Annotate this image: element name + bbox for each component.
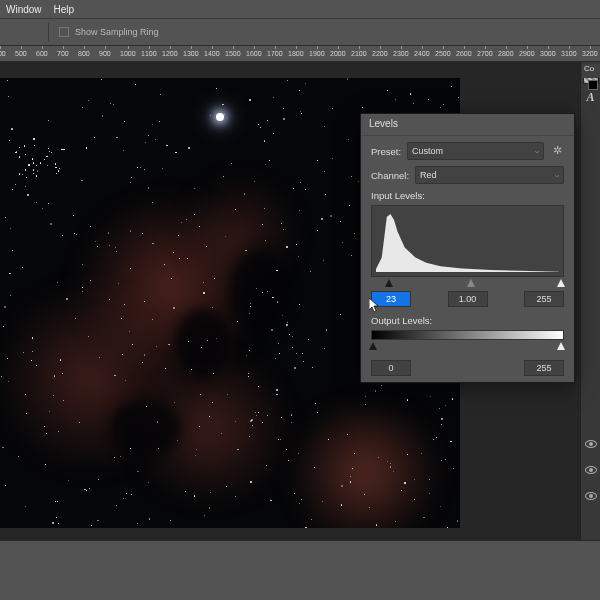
shadow-input[interactable]: 23 bbox=[371, 291, 411, 307]
ruler-tick: 1200 bbox=[162, 50, 178, 57]
channel-select[interactable]: Red ⌵ bbox=[415, 166, 564, 184]
ruler-tick: 2400 bbox=[414, 50, 430, 57]
ruler-tick: 3100 bbox=[561, 50, 577, 57]
channel-label: Channel: bbox=[371, 170, 409, 181]
midtone-input[interactable]: 1.00 bbox=[448, 291, 488, 307]
options-bar: Show Sampling Ring bbox=[0, 18, 600, 46]
ruler-tick: 2000 bbox=[330, 50, 346, 57]
output-shadow-slider[interactable] bbox=[369, 342, 377, 350]
ruler-tick: 3000 bbox=[540, 50, 556, 57]
menu-help[interactable]: Help bbox=[48, 4, 81, 15]
show-sampling-ring-label: Show Sampling Ring bbox=[75, 27, 159, 37]
bottom-panel bbox=[0, 540, 600, 600]
eye-icon[interactable] bbox=[585, 440, 597, 448]
panel-tab[interactable]: Co bbox=[582, 64, 600, 78]
ruler-tick: 700 bbox=[57, 50, 69, 57]
dialog-title[interactable]: Levels bbox=[361, 114, 574, 136]
ruler-tick: 1700 bbox=[267, 50, 283, 57]
ruler-tick: 1900 bbox=[309, 50, 325, 57]
ruler-tick: 2900 bbox=[519, 50, 535, 57]
shadow-slider[interactable] bbox=[385, 279, 393, 287]
ruler-tick: 2700 bbox=[477, 50, 493, 57]
preset-select[interactable]: Custom ⌵ bbox=[407, 142, 544, 160]
gear-icon[interactable]: ✲ bbox=[550, 144, 564, 158]
ruler-tick: 3200 bbox=[582, 50, 598, 57]
ruler-tick: 1800 bbox=[288, 50, 304, 57]
ruler-horizontal[interactable]: 4005006007008009001000110012001300140015… bbox=[0, 46, 600, 62]
output-gradient bbox=[371, 330, 564, 340]
eye-icon[interactable] bbox=[585, 466, 597, 474]
ruler-tick: 1100 bbox=[141, 50, 157, 57]
chevron-down-icon: ⌵ bbox=[555, 171, 559, 179]
histogram bbox=[371, 205, 564, 277]
character-icon[interactable]: A bbox=[583, 90, 599, 106]
input-slider-track[interactable] bbox=[371, 279, 564, 289]
ruler-tick: 2200 bbox=[372, 50, 388, 57]
highlight-slider[interactable] bbox=[557, 279, 565, 287]
output-levels-label: Output Levels: bbox=[371, 315, 564, 326]
ruler-tick: 2300 bbox=[393, 50, 409, 57]
levels-dialog: Levels Preset: Custom ⌵ ✲ Channel: Red ⌵… bbox=[360, 113, 575, 383]
bright-star bbox=[216, 113, 224, 121]
output-highlight-input[interactable]: 255 bbox=[524, 360, 564, 376]
menu-bar: Window Help bbox=[0, 0, 600, 18]
highlight-input[interactable]: 255 bbox=[524, 291, 564, 307]
output-highlight-slider[interactable] bbox=[557, 342, 565, 350]
output-slider-track[interactable] bbox=[371, 342, 564, 352]
ruler-tick: 2500 bbox=[435, 50, 451, 57]
ruler-tick: 2800 bbox=[498, 50, 514, 57]
ruler-tick: 900 bbox=[99, 50, 111, 57]
color-swatch[interactable] bbox=[588, 80, 598, 90]
menu-window[interactable]: Window bbox=[0, 4, 48, 15]
ruler-tick: 1400 bbox=[204, 50, 220, 57]
ruler-tick: 2100 bbox=[351, 50, 367, 57]
chevron-down-icon: ⌵ bbox=[535, 147, 539, 155]
channel-value: Red bbox=[420, 170, 437, 180]
show-sampling-ring-checkbox[interactable] bbox=[59, 27, 69, 37]
input-levels-label: Input Levels: bbox=[371, 190, 564, 201]
ruler-tick: 400 bbox=[0, 50, 6, 57]
histogram-plot bbox=[376, 212, 559, 272]
preset-value: Custom bbox=[412, 146, 443, 156]
ruler-tick: 1500 bbox=[225, 50, 241, 57]
output-shadow-input[interactable]: 0 bbox=[371, 360, 411, 376]
ruler-tick: 600 bbox=[36, 50, 48, 57]
ruler-tick: 2600 bbox=[456, 50, 472, 57]
separator bbox=[48, 23, 49, 41]
ruler-tick: 1000 bbox=[120, 50, 136, 57]
preset-label: Preset: bbox=[371, 146, 401, 157]
ruler-tick: 800 bbox=[78, 50, 90, 57]
layer-visibility-column bbox=[585, 440, 597, 518]
ruler-tick: 1300 bbox=[183, 50, 199, 57]
ruler-tick: 500 bbox=[15, 50, 27, 57]
eye-icon[interactable] bbox=[585, 492, 597, 500]
midtone-slider[interactable] bbox=[467, 279, 475, 287]
ruler-tick: 1600 bbox=[246, 50, 262, 57]
